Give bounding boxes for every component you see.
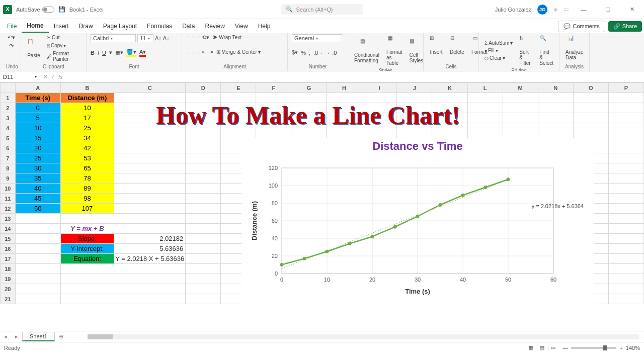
diamond-icon[interactable]: ◈: [553, 6, 557, 13]
cell-D16[interactable]: [186, 244, 221, 254]
row-header-9[interactable]: 9: [1, 173, 16, 184]
cell-O1[interactable]: [573, 93, 608, 103]
cell-A9[interactable]: 35: [15, 173, 60, 184]
insert-cells-button[interactable]: ⊞Insert: [428, 34, 445, 56]
col-header-I[interactable]: I: [362, 83, 397, 93]
decrease-font-icon[interactable]: A↓: [163, 35, 170, 41]
col-header-P[interactable]: P: [608, 83, 643, 93]
cell-B3[interactable]: 17: [60, 113, 114, 123]
cell-A2[interactable]: 0: [15, 103, 60, 113]
cell-B8[interactable]: 65: [60, 163, 114, 173]
enter-formula-icon[interactable]: ✓: [51, 73, 55, 80]
cell-A17[interactable]: [15, 254, 60, 264]
cell-A1[interactable]: Time (s): [15, 93, 60, 103]
col-header-E[interactable]: E: [221, 83, 256, 93]
search-box[interactable]: 🔍 Search (Alt+Q): [281, 4, 363, 15]
row-header-2[interactable]: 2: [1, 103, 16, 113]
col-header-A[interactable]: A: [15, 83, 60, 93]
cut-button[interactable]: ✂ Cut: [45, 34, 82, 41]
name-box[interactable]: D11▾: [0, 71, 40, 82]
delete-cells-button[interactable]: ⊟Delete: [448, 34, 466, 56]
cell-B1[interactable]: Distance (m): [60, 93, 114, 103]
cell-A12[interactable]: 50: [15, 204, 60, 214]
col-header-M[interactable]: M: [503, 83, 538, 93]
cell-P4[interactable]: [608, 123, 643, 133]
row-header-4[interactable]: 4: [1, 123, 16, 133]
row-header-6[interactable]: 6: [1, 143, 16, 153]
cell-P1[interactable]: [608, 93, 643, 103]
cell-O2[interactable]: [573, 103, 608, 113]
zoom-slider[interactable]: [571, 347, 616, 349]
col-header-C[interactable]: C: [114, 83, 186, 93]
cell-M2[interactable]: [503, 103, 538, 113]
row-header-21[interactable]: 21: [1, 294, 16, 304]
cell-B21[interactable]: [60, 294, 114, 304]
inc-decimal-icon[interactable]: .0→: [313, 50, 324, 56]
menu-file[interactable]: File: [2, 20, 22, 32]
cell-P14[interactable]: [608, 224, 643, 234]
menu-draw[interactable]: Draw: [74, 20, 98, 32]
menu-help[interactable]: Help: [253, 20, 276, 32]
menu-insert[interactable]: Insert: [49, 20, 74, 32]
font-color-button[interactable]: A▾: [139, 49, 146, 57]
clear-button[interactable]: ◇ Clear ▾: [483, 55, 514, 61]
col-header-H[interactable]: H: [327, 83, 362, 93]
cell-B4[interactable]: 25: [60, 123, 114, 133]
tab-nav-next[interactable]: ▸: [11, 333, 22, 340]
cell-P3[interactable]: [608, 113, 643, 123]
cell-D19[interactable]: [186, 274, 221, 284]
cell-D5[interactable]: [186, 133, 221, 143]
comma-icon[interactable]: ,: [309, 50, 310, 56]
row-header-13[interactable]: 13: [1, 214, 16, 224]
autosum-button[interactable]: Σ AutoSum ▾: [483, 40, 514, 46]
cell-P5[interactable]: [608, 133, 643, 143]
cell-M3[interactable]: [503, 113, 538, 123]
cell-P2[interactable]: [608, 103, 643, 113]
cell-D14[interactable]: [186, 224, 221, 234]
cell-C10[interactable]: [114, 184, 186, 194]
row-header-12[interactable]: 12: [1, 204, 16, 214]
cell-P8[interactable]: [608, 163, 643, 173]
cell-B18[interactable]: [60, 264, 114, 274]
cell-C8[interactable]: [114, 163, 186, 173]
cell-C18[interactable]: [114, 264, 186, 274]
ribbon-options-icon[interactable]: ▭: [564, 6, 569, 13]
conditional-formatting-button[interactable]: ▤Conditional Formatting: [352, 37, 381, 64]
col-header-G[interactable]: G: [291, 83, 327, 93]
row-header-8[interactable]: 8: [1, 163, 16, 173]
cell-A4[interactable]: 10: [15, 123, 60, 133]
row-header-1[interactable]: 1: [1, 93, 16, 103]
dec-decimal-icon[interactable]: ←.0: [327, 50, 337, 56]
cell-L2[interactable]: [467, 103, 503, 113]
row-header-10[interactable]: 10: [1, 184, 16, 194]
copy-button[interactable]: ⎘ Copy ▾: [45, 42, 82, 49]
cell-C13[interactable]: [114, 214, 186, 224]
cell-B11[interactable]: 98: [60, 194, 114, 204]
cell-styles-button[interactable]: ▨Cell Styles: [408, 37, 425, 64]
cell-D17[interactable]: [186, 254, 221, 264]
cancel-formula-icon[interactable]: ✕: [43, 73, 48, 80]
cell-A7[interactable]: 25: [15, 153, 60, 163]
cell-B7[interactable]: 53: [60, 153, 114, 163]
fill-color-button[interactable]: 🪣▾: [126, 49, 136, 57]
align-left-icon[interactable]: ≡: [186, 49, 189, 55]
cell-L3[interactable]: [467, 113, 503, 123]
cell-P11[interactable]: [608, 194, 643, 204]
col-header-N[interactable]: N: [538, 83, 573, 93]
row-header-17[interactable]: 17: [1, 254, 16, 264]
analyze-data-button[interactable]: 📊Analyze Data: [564, 34, 586, 61]
cell-C16[interactable]: 5.63636: [114, 244, 186, 254]
cell-P13[interactable]: [608, 214, 643, 224]
percent-icon[interactable]: %: [301, 50, 306, 56]
indent-inc-icon[interactable]: ⇥: [208, 49, 213, 55]
horizontal-scrollbar[interactable]: [88, 334, 639, 339]
menu-home[interactable]: Home: [22, 20, 48, 33]
cell-P12[interactable]: [608, 204, 643, 214]
cell-N1[interactable]: [538, 93, 573, 103]
row-header-5[interactable]: 5: [1, 133, 16, 143]
zoom-in-button[interactable]: +: [619, 345, 622, 351]
paste-button[interactable]: 📋 Paste: [25, 38, 42, 59]
cell-P9[interactable]: [608, 173, 643, 184]
cell-A10[interactable]: 40: [15, 184, 60, 194]
tab-nav-prev[interactable]: ◂: [0, 333, 11, 340]
